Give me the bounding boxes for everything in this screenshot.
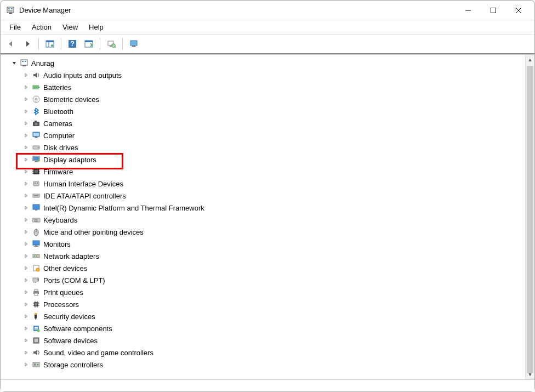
svg-rect-74 [36, 255, 37, 257]
chevron-right-icon[interactable] [22, 120, 30, 127]
scroll-thumb[interactable] [527, 66, 533, 373]
svg-rect-2 [11, 8, 13, 9]
expand-icon[interactable] [10, 59, 18, 67]
cpu-icon [31, 299, 41, 309]
svg-point-101 [37, 329, 40, 332]
chevron-right-icon[interactable] [22, 325, 30, 332]
tree-node-battery[interactable]: Batteries [3, 81, 525, 93]
node-label: Computer [43, 132, 75, 140]
chevron-right-icon[interactable] [22, 71, 30, 79]
tree-node-mouse[interactable]: Mice and other pointing devices [3, 226, 525, 238]
biometric-icon [31, 94, 41, 104]
chevron-right-icon[interactable] [22, 95, 30, 103]
svg-rect-23 [132, 47, 136, 47]
svg-rect-10 [46, 41, 54, 42]
node-label: Security devices [43, 313, 95, 321]
svg-rect-86 [35, 303, 37, 305]
tree-node-intel[interactable]: Intel(R) Dynamic Platform and Thermal Fr… [3, 202, 525, 214]
tree-node-biometric[interactable]: Biometric devices [3, 93, 525, 105]
root-node[interactable]: Anurag [3, 57, 525, 69]
chevron-right-icon[interactable] [22, 204, 30, 212]
tree-node-ports[interactable]: Ports (COM & LPT) [3, 274, 525, 286]
ports-icon [31, 275, 41, 285]
node-label: Monitors [43, 240, 71, 248]
devices-button[interactable] [127, 37, 141, 51]
tree-node-software[interactable]: Software components [3, 322, 525, 334]
tree-node-ide[interactable]: IDE ATA/ATAPI controllers [3, 190, 525, 202]
disk-icon [31, 143, 41, 152]
chevron-right-icon[interactable] [22, 240, 30, 248]
menu-file[interactable]: File [4, 21, 26, 33]
chevron-right-icon[interactable] [22, 180, 30, 188]
chevron-right-icon[interactable] [22, 252, 30, 260]
chevron-right-icon[interactable] [22, 228, 30, 236]
chevron-right-icon[interactable] [22, 144, 30, 151]
chevron-right-icon[interactable] [22, 216, 30, 224]
battery-icon [31, 82, 41, 92]
chevron-right-icon[interactable] [22, 168, 30, 175]
printer-icon [31, 287, 41, 297]
device-tree[interactable]: Anurag Audio inputs and outputsBatteries… [1, 55, 525, 379]
close-button[interactable] [506, 2, 531, 19]
tree-node-keyboard[interactable]: Keyboards [3, 214, 525, 226]
tree-node-cpu[interactable]: Processors [3, 298, 525, 310]
svg-rect-69 [33, 241, 39, 245]
tree-node-computer[interactable]: Computer [3, 129, 525, 141]
tree-node-hid[interactable]: Human Interface Devices [3, 178, 525, 190]
tree-node-other[interactable]: !Other devices [3, 262, 525, 274]
menu-help[interactable]: Help [83, 21, 109, 33]
svg-rect-100 [35, 328, 38, 329]
scroll-down-arrow[interactable]: ▼ [526, 370, 534, 379]
tree-node-network[interactable]: Network adapters [3, 250, 525, 262]
menu-view[interactable]: View [57, 21, 83, 33]
minimize-button[interactable] [456, 2, 481, 19]
scan-hardware-button[interactable] [104, 37, 118, 51]
chevron-right-icon[interactable] [22, 361, 30, 368]
help-button[interactable]: ? [65, 37, 79, 51]
back-button[interactable] [4, 37, 18, 51]
tree-node-security[interactable]: Security devices [3, 310, 525, 322]
node-label: Software devices [43, 337, 98, 345]
tree-node-display[interactable]: Display adaptors [3, 154, 525, 166]
chevron-right-icon[interactable] [22, 83, 30, 91]
menu-action[interactable]: Action [26, 21, 57, 33]
chevron-right-icon[interactable] [22, 264, 30, 272]
chevron-right-icon[interactable] [22, 107, 30, 115]
tree-node-disk[interactable]: Disk drives [3, 141, 525, 154]
tree-node-sound[interactable]: Sound, video and game controllers [3, 346, 525, 359]
svg-rect-16 [85, 41, 93, 42]
chevron-right-icon[interactable] [22, 192, 30, 200]
chevron-right-icon[interactable] [22, 132, 30, 139]
chevron-right-icon[interactable] [22, 156, 30, 163]
node-label: Network adapters [43, 252, 99, 260]
chevron-right-icon[interactable] [22, 288, 30, 296]
tree-node-audio[interactable]: Audio inputs and outputs [3, 69, 525, 81]
computer-icon [19, 58, 29, 68]
node-label: Display adaptors [43, 156, 96, 164]
tree-node-bluetooth[interactable]: Bluetooth [3, 105, 525, 117]
maximize-button[interactable] [481, 2, 506, 19]
action-pane-button[interactable] [82, 37, 96, 51]
tree-node-printer[interactable]: Print queues [3, 286, 525, 298]
tree-node-storage[interactable]: Storage controllers [3, 359, 525, 371]
chevron-right-icon[interactable] [22, 276, 30, 284]
svg-rect-75 [37, 255, 38, 257]
tree-node-camera[interactable]: Cameras [3, 117, 525, 129]
svg-rect-65 [38, 219, 39, 220]
svg-point-106 [37, 364, 39, 366]
chevron-right-icon[interactable] [22, 300, 30, 308]
svg-rect-3 [8, 10, 13, 12]
chevron-right-icon[interactable] [22, 337, 30, 344]
node-label: Batteries [43, 83, 71, 92]
tree-node-softdev[interactable]: Software devices [3, 334, 525, 346]
scroll-up-arrow[interactable]: ▲ [526, 55, 534, 65]
tree-node-firmware[interactable]: Firmware [3, 166, 525, 178]
chevron-right-icon[interactable] [22, 313, 30, 320]
showhide-console-button[interactable] [43, 37, 57, 51]
vertical-scrollbar[interactable]: ▲ ▼ [525, 55, 534, 379]
chevron-right-icon[interactable] [22, 349, 30, 356]
tree-node-monitor[interactable]: Monitors [3, 238, 525, 250]
forward-button[interactable] [20, 37, 35, 51]
node-label: Bluetooth [43, 107, 73, 116]
svg-rect-73 [34, 255, 35, 257]
